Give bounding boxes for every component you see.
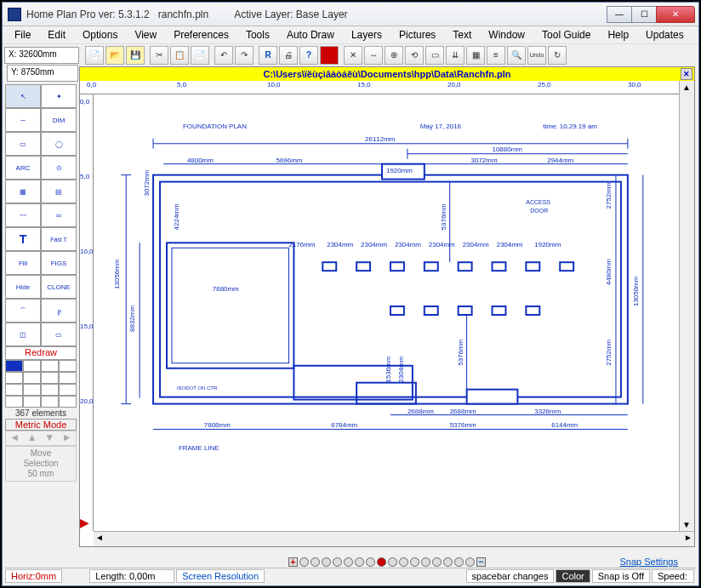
figs-tool[interactable]: FIGS [41, 251, 77, 275]
select-icon[interactable]: R [259, 46, 277, 65]
svg-text:4224mm: 4224mm [173, 203, 180, 230]
menu-options[interactable]: Options [76, 28, 124, 42]
menu-preferences[interactable]: Preferences [167, 28, 236, 42]
curve-tool[interactable]: 〰 [5, 203, 41, 227]
rect-tool[interactable]: ▭ [5, 132, 41, 156]
line-tool[interactable]: ─ [5, 108, 41, 132]
arc2-tool[interactable]: ⌒ [5, 299, 41, 323]
grid-icon[interactable]: ▦ [466, 46, 485, 65]
svg-text:2304mm: 2304mm [429, 241, 455, 248]
toolbar: X: 32600mm 📄 📂 💾 ✂ 📋 📄 ↶ ↷ R 🖨 ? ✕ ↔ ⊕ ⟲… [3, 43, 698, 66]
move-arrows[interactable]: ◄▲▼► [5, 431, 77, 446]
zoom-in-icon[interactable]: + [288, 557, 298, 567]
menu-edit[interactable]: Edit [41, 28, 72, 42]
open-icon[interactable]: 📂 [105, 46, 124, 65]
dim-tool[interactable]: DIM [41, 108, 77, 132]
zoom-icon[interactable]: 🔍 [507, 46, 526, 65]
canvas: C:\Users\ïĕùçìâàòáĕù\Documents\hpp\Data\… [79, 66, 695, 547]
fasttext-tool[interactable]: Fast T [41, 227, 77, 251]
zoom-dots[interactable]: + − [288, 557, 486, 567]
print-icon[interactable]: 🖨 [279, 46, 298, 65]
scrollbar-vertical[interactable]: ▲▼ [679, 81, 694, 531]
arc-tool[interactable]: ARC [5, 156, 41, 180]
measure-icon[interactable]: ≡ [487, 46, 505, 65]
coord-y: Y: 8750mm [7, 65, 78, 82]
svg-rect-8 [322, 262, 336, 271]
menu-text[interactable]: Text [446, 28, 478, 42]
menu-updates[interactable]: Updates [639, 28, 691, 42]
save-icon[interactable]: 💾 [126, 46, 145, 65]
snap-tool[interactable]: ✦ [41, 84, 77, 108]
menu-pictures[interactable]: Pictures [392, 28, 442, 42]
rect2-tool[interactable]: ◫ [5, 323, 41, 346]
svg-text:13056mm: 13056mm [113, 259, 121, 289]
poly-tool[interactable]: ▦ [5, 180, 41, 203]
menu-view[interactable]: View [128, 28, 163, 42]
ruler-vertical: 0,0 5,0 10,0 15,0 20,0 [80, 94, 94, 531]
undo2-icon[interactable]: Undo [527, 46, 546, 65]
clone-tool[interactable]: CLONE [41, 275, 77, 299]
maximize-button[interactable]: ☐ [631, 6, 657, 23]
circle-tool[interactable]: ⊙ [41, 156, 77, 180]
close-button[interactable]: ✕ [656, 6, 695, 23]
metric-mode[interactable]: Metric Mode [5, 419, 77, 431]
move-h-icon[interactable]: ↔ [364, 46, 383, 65]
group-icon[interactable]: ▭ [425, 46, 444, 65]
svg-text:DOOR: DOOR [530, 208, 548, 214]
move-v-icon[interactable]: ⊕ [385, 46, 403, 65]
menu-file[interactable]: File [8, 28, 37, 42]
svg-rect-9 [356, 262, 370, 271]
scrollbar-horizontal[interactable]: ◄► [94, 531, 694, 546]
stop-icon[interactable] [320, 46, 339, 65]
path-tool[interactable]: ╔ [41, 299, 77, 323]
minimize-button[interactable]: — [607, 6, 632, 23]
menu-toolguide[interactable]: Tool Guide [535, 28, 597, 42]
snap-settings-link[interactable]: Snap Settings [620, 557, 679, 567]
status-spacebar: spacebar changes [466, 569, 555, 583]
rotate-icon[interactable]: ⟲ [405, 46, 424, 65]
svg-text:2304mm: 2304mm [361, 241, 387, 248]
menu-autodraw[interactable]: Auto Draw [280, 28, 341, 42]
zoom-out-icon[interactable]: − [476, 557, 486, 567]
fill-tool[interactable]: Fill [5, 251, 41, 275]
wall-tool[interactable]: ═ [41, 203, 77, 227]
status-horiz: Horiz:0mm [5, 569, 62, 583]
cursor-tool[interactable]: ↖ [5, 84, 41, 108]
filepath-close-icon[interactable]: ✕ [681, 68, 692, 80]
menu-tools[interactable]: Tools [239, 28, 276, 42]
brick-tool[interactable]: ▤ [41, 180, 77, 203]
menu-window[interactable]: Window [482, 28, 532, 42]
hide-tool[interactable]: Hide [5, 275, 41, 299]
svg-rect-19 [493, 306, 506, 315]
svg-text:2688mm: 2688mm [450, 408, 476, 415]
svg-text:8832mm: 8832mm [128, 305, 136, 332]
svg-text:7680mm: 7680mm [213, 285, 239, 293]
menu-layers[interactable]: Layers [345, 28, 389, 42]
svg-text:Maý 17, 2016: Maý 17, 2016 [420, 123, 462, 130]
oval-tool[interactable]: ◯ [41, 132, 77, 156]
undo-icon[interactable]: ↶ [214, 46, 233, 65]
new-icon[interactable]: 📄 [85, 46, 104, 65]
text-tool[interactable]: T [5, 227, 41, 251]
align-icon[interactable]: ⇊ [446, 46, 464, 65]
color-palette[interactable] [5, 360, 77, 408]
redraw-button[interactable]: Redraw [5, 346, 77, 360]
status-color[interactable]: Color [556, 569, 590, 583]
rect3-tool[interactable]: ▭ [41, 323, 77, 346]
help-icon[interactable]: ? [299, 46, 318, 65]
copy-icon[interactable]: 📋 [170, 46, 189, 65]
redo2-icon[interactable]: ↻ [548, 46, 567, 65]
status-length: Length: 0,00m [89, 569, 174, 583]
svg-text:1920mm: 1920mm [534, 241, 561, 248]
cut-icon[interactable]: ✂ [150, 46, 168, 65]
drawing-surface[interactable]: FOUNDATION PLAN Maý 17, 2016 time: 10.29… [94, 94, 679, 531]
paste-icon[interactable]: 📄 [191, 46, 209, 65]
status-screen-res[interactable]: Screen Resolution [176, 569, 265, 583]
svg-text:5376mm: 5376mm [450, 421, 476, 429]
status-snap[interactable]: Snap is Off [592, 569, 650, 583]
redo-icon[interactable]: ↷ [235, 46, 254, 65]
delete-icon[interactable]: ✕ [344, 46, 362, 65]
svg-text:6784mm: 6784mm [331, 421, 357, 429]
bottom-controls: + − Snap Settings [79, 555, 695, 568]
menu-help[interactable]: Help [601, 28, 635, 42]
